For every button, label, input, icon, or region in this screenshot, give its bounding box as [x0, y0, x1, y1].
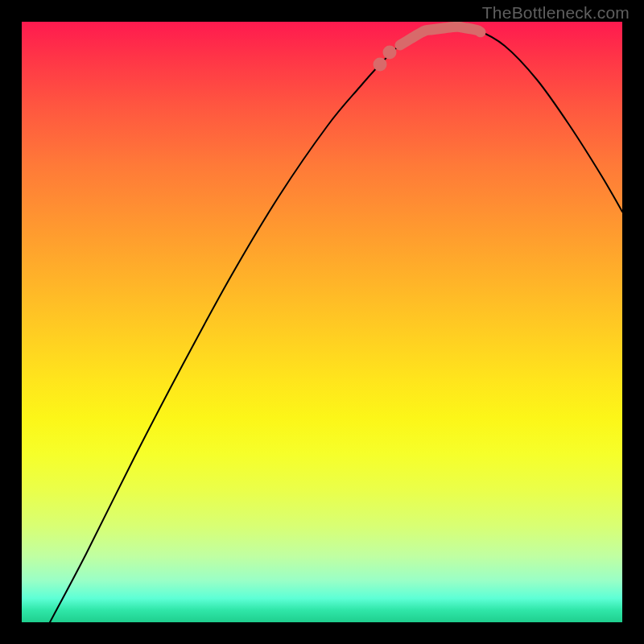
highlight-dot: [374, 58, 387, 72]
bottleneck-curve-svg: [22, 22, 622, 622]
highlight-dot: [383, 46, 397, 60]
bottleneck-curve: [50, 27, 622, 622]
plot-area: [22, 22, 622, 622]
bottleneck-highlight-segment: [400, 27, 481, 45]
attribution-text: TheBottleneck.com: [482, 3, 630, 23]
